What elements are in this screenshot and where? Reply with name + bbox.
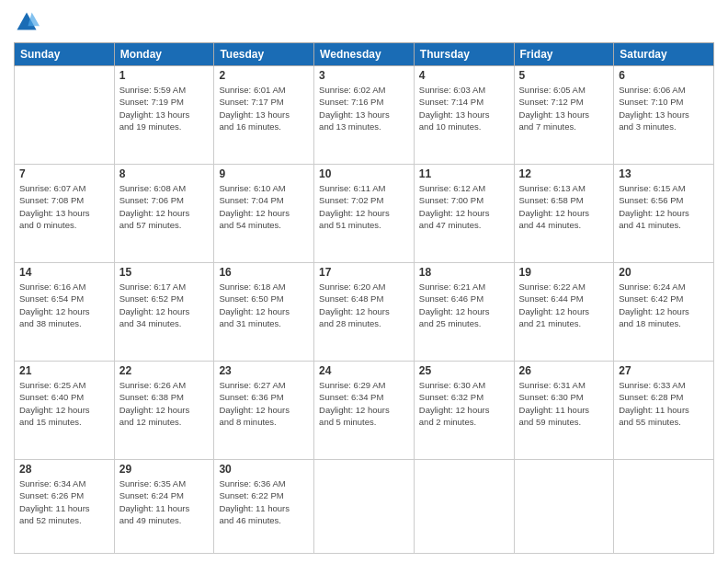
day-number: 30 <box>219 463 309 476</box>
day-number: 3 <box>319 69 409 82</box>
calendar-cell: 26Sunrise: 6:31 AM Sunset: 6:30 PM Dayli… <box>514 362 614 460</box>
weekday-header-monday: Monday <box>114 43 214 66</box>
day-number: 18 <box>419 266 509 279</box>
day-number: 4 <box>419 69 509 82</box>
day-info: Sunrise: 6:15 AM Sunset: 6:56 PM Dayligh… <box>619 182 709 231</box>
logo <box>14 9 42 35</box>
page: SundayMondayTuesdayWednesdayThursdayFrid… <box>0 0 728 563</box>
day-number: 15 <box>119 266 210 279</box>
week-row-1: 1Sunrise: 5:59 AM Sunset: 7:19 PM Daylig… <box>15 66 714 165</box>
day-info: Sunrise: 6:30 AM Sunset: 6:32 PM Dayligh… <box>419 379 509 428</box>
calendar-cell: 20Sunrise: 6:24 AM Sunset: 6:42 PM Dayli… <box>614 263 714 362</box>
week-row-5: 28Sunrise: 6:34 AM Sunset: 6:26 PM Dayli… <box>15 460 714 554</box>
day-number: 21 <box>19 364 109 377</box>
day-number: 13 <box>619 167 709 180</box>
calendar-cell: 5Sunrise: 6:05 AM Sunset: 7:12 PM Daylig… <box>514 66 614 165</box>
day-info: Sunrise: 6:01 AM Sunset: 7:17 PM Dayligh… <box>219 84 309 132</box>
day-info: Sunrise: 6:07 AM Sunset: 7:08 PM Dayligh… <box>19 182 109 231</box>
day-info: Sunrise: 6:08 AM Sunset: 7:06 PM Dayligh… <box>119 182 210 231</box>
day-info: Sunrise: 6:34 AM Sunset: 6:26 PM Dayligh… <box>19 477 109 526</box>
weekday-header-row: SundayMondayTuesdayWednesdayThursdayFrid… <box>15 43 714 66</box>
day-info: Sunrise: 6:03 AM Sunset: 7:14 PM Dayligh… <box>419 84 509 132</box>
day-number: 8 <box>119 167 210 180</box>
calendar-cell <box>614 460 714 554</box>
day-info: Sunrise: 6:24 AM Sunset: 6:42 PM Dayligh… <box>619 281 709 329</box>
day-number: 24 <box>319 364 409 377</box>
day-number: 28 <box>19 463 109 476</box>
calendar-cell: 22Sunrise: 6:26 AM Sunset: 6:38 PM Dayli… <box>114 362 214 460</box>
calendar-cell: 12Sunrise: 6:13 AM Sunset: 6:58 PM Dayli… <box>514 165 614 263</box>
day-info: Sunrise: 6:12 AM Sunset: 7:00 PM Dayligh… <box>419 182 509 231</box>
day-info: Sunrise: 6:25 AM Sunset: 6:40 PM Dayligh… <box>19 379 109 428</box>
calendar-cell: 2Sunrise: 6:01 AM Sunset: 7:17 PM Daylig… <box>214 66 314 165</box>
calendar-cell: 18Sunrise: 6:21 AM Sunset: 6:46 PM Dayli… <box>414 263 514 362</box>
calendar-cell <box>414 460 514 554</box>
day-info: Sunrise: 6:33 AM Sunset: 6:28 PM Dayligh… <box>619 379 709 428</box>
day-info: Sunrise: 6:36 AM Sunset: 6:22 PM Dayligh… <box>219 477 309 526</box>
day-number: 11 <box>419 167 509 180</box>
calendar-cell: 15Sunrise: 6:17 AM Sunset: 6:52 PM Dayli… <box>114 263 214 362</box>
day-info: Sunrise: 6:16 AM Sunset: 6:54 PM Dayligh… <box>19 281 109 329</box>
calendar-cell: 30Sunrise: 6:36 AM Sunset: 6:22 PM Dayli… <box>214 460 314 554</box>
day-info: Sunrise: 6:17 AM Sunset: 6:52 PM Dayligh… <box>119 281 210 329</box>
calendar-cell: 11Sunrise: 6:12 AM Sunset: 7:00 PM Dayli… <box>414 165 514 263</box>
day-number: 6 <box>619 69 709 82</box>
day-number: 27 <box>619 364 709 377</box>
day-number: 7 <box>19 167 109 180</box>
day-number: 1 <box>119 69 210 82</box>
weekday-header-saturday: Saturday <box>614 43 714 66</box>
day-info: Sunrise: 6:02 AM Sunset: 7:16 PM Dayligh… <box>319 84 409 132</box>
calendar-cell: 14Sunrise: 6:16 AM Sunset: 6:54 PM Dayli… <box>15 263 115 362</box>
calendar-cell: 10Sunrise: 6:11 AM Sunset: 7:02 PM Dayli… <box>314 165 415 263</box>
calendar-cell: 13Sunrise: 6:15 AM Sunset: 6:56 PM Dayli… <box>614 165 714 263</box>
calendar-cell: 29Sunrise: 6:35 AM Sunset: 6:24 PM Dayli… <box>114 460 214 554</box>
calendar-cell: 19Sunrise: 6:22 AM Sunset: 6:44 PM Dayli… <box>514 263 614 362</box>
day-info: Sunrise: 5:59 AM Sunset: 7:19 PM Dayligh… <box>119 84 210 132</box>
day-number: 5 <box>519 69 609 82</box>
day-info: Sunrise: 6:05 AM Sunset: 7:12 PM Dayligh… <box>519 84 609 132</box>
calendar-cell: 16Sunrise: 6:18 AM Sunset: 6:50 PM Dayli… <box>214 263 314 362</box>
day-info: Sunrise: 6:20 AM Sunset: 6:48 PM Dayligh… <box>319 281 409 329</box>
day-number: 17 <box>319 266 409 279</box>
day-info: Sunrise: 6:21 AM Sunset: 6:46 PM Dayligh… <box>419 281 509 329</box>
calendar-cell: 6Sunrise: 6:06 AM Sunset: 7:10 PM Daylig… <box>614 66 714 165</box>
day-info: Sunrise: 6:22 AM Sunset: 6:44 PM Dayligh… <box>519 281 609 329</box>
header <box>14 9 714 35</box>
calendar-cell: 3Sunrise: 6:02 AM Sunset: 7:16 PM Daylig… <box>314 66 415 165</box>
calendar-cell: 1Sunrise: 5:59 AM Sunset: 7:19 PM Daylig… <box>114 66 214 165</box>
weekday-header-thursday: Thursday <box>414 43 514 66</box>
day-number: 12 <box>519 167 609 180</box>
calendar-cell: 23Sunrise: 6:27 AM Sunset: 6:36 PM Dayli… <box>214 362 314 460</box>
day-number: 26 <box>519 364 609 377</box>
day-info: Sunrise: 6:29 AM Sunset: 6:34 PM Dayligh… <box>319 379 409 428</box>
day-number: 14 <box>19 266 109 279</box>
calendar-cell: 24Sunrise: 6:29 AM Sunset: 6:34 PM Dayli… <box>314 362 415 460</box>
day-info: Sunrise: 6:26 AM Sunset: 6:38 PM Dayligh… <box>119 379 210 428</box>
day-info: Sunrise: 6:10 AM Sunset: 7:04 PM Dayligh… <box>219 182 309 231</box>
day-info: Sunrise: 6:31 AM Sunset: 6:30 PM Dayligh… <box>519 379 609 428</box>
weekday-header-tuesday: Tuesday <box>214 43 314 66</box>
day-number: 20 <box>619 266 709 279</box>
day-number: 23 <box>219 364 309 377</box>
calendar-cell: 7Sunrise: 6:07 AM Sunset: 7:08 PM Daylig… <box>15 165 115 263</box>
calendar-cell: 8Sunrise: 6:08 AM Sunset: 7:06 PM Daylig… <box>114 165 214 263</box>
day-number: 10 <box>319 167 409 180</box>
calendar-cell: 28Sunrise: 6:34 AM Sunset: 6:26 PM Dayli… <box>15 460 115 554</box>
day-number: 25 <box>419 364 509 377</box>
calendar-cell: 17Sunrise: 6:20 AM Sunset: 6:48 PM Dayli… <box>314 263 415 362</box>
day-number: 19 <box>519 266 609 279</box>
day-number: 16 <box>219 266 309 279</box>
calendar-cell <box>514 460 614 554</box>
calendar-cell <box>15 66 115 165</box>
day-number: 9 <box>219 167 309 180</box>
day-info: Sunrise: 6:18 AM Sunset: 6:50 PM Dayligh… <box>219 281 309 329</box>
day-info: Sunrise: 6:13 AM Sunset: 6:58 PM Dayligh… <box>519 182 609 231</box>
week-row-4: 21Sunrise: 6:25 AM Sunset: 6:40 PM Dayli… <box>15 362 714 460</box>
day-info: Sunrise: 6:35 AM Sunset: 6:24 PM Dayligh… <box>119 477 210 526</box>
weekday-header-wednesday: Wednesday <box>314 43 415 66</box>
day-number: 2 <box>219 69 309 82</box>
calendar-cell: 4Sunrise: 6:03 AM Sunset: 7:14 PM Daylig… <box>414 66 514 165</box>
week-row-3: 14Sunrise: 6:16 AM Sunset: 6:54 PM Dayli… <box>15 263 714 362</box>
calendar-cell <box>314 460 415 554</box>
logo-icon <box>14 9 40 35</box>
